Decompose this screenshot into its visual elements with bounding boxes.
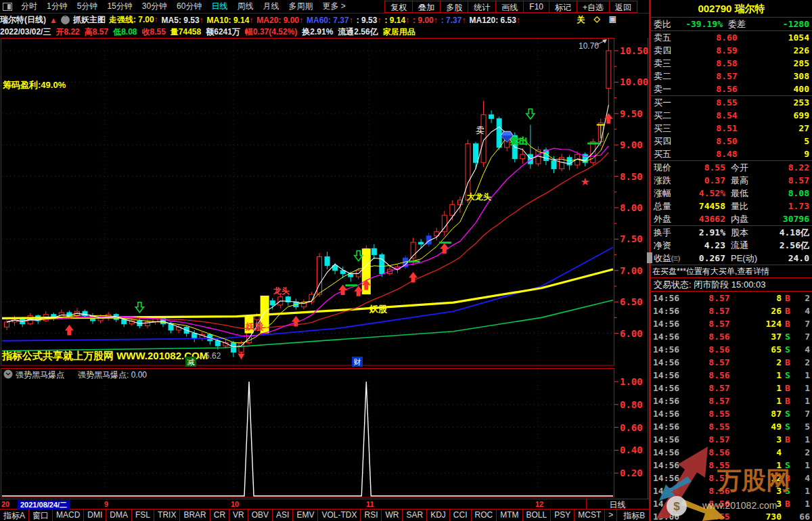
tick-cell: 8.55	[684, 512, 754, 521]
period-item-分时[interactable]: 分时	[16, 1, 42, 12]
indicator-tab-DMI[interactable]: DMI	[84, 509, 106, 521]
tick-row: 14:578.563B1	[651, 497, 812, 510]
period-item-1分钟[interactable]: 1分钟	[42, 1, 72, 12]
indicator-tab-FSL[interactable]: FSL	[132, 509, 154, 521]
indicator-tab-RSI[interactable]: RSI	[361, 509, 382, 521]
indicator-tab-PSY[interactable]: PSY	[551, 509, 574, 521]
bid-row[interactable]: 买四8.505	[651, 135, 812, 148]
collapse-icon[interactable]: ˇ	[61, 16, 70, 24]
indicator-tab-ROC[interactable]: ROC	[472, 509, 497, 521]
tick-cell: 8.57	[684, 306, 754, 316]
period-item-30分钟[interactable]: 30分钟	[137, 1, 172, 12]
period-item-多周期[interactable]: 多周期	[284, 1, 317, 12]
signal-line	[2, 382, 613, 496]
window-icon[interactable]	[3, 3, 12, 11]
indicator-tab-MACD[interactable]: MACD	[53, 509, 84, 521]
indicator-tab-MTM[interactable]: MTM	[497, 509, 522, 521]
toolbar-button-复权[interactable]: 复权	[384, 1, 413, 13]
toolbar-button-+自选[interactable]: +自选	[577, 1, 610, 13]
stat-cell: 最低	[731, 187, 748, 200]
bid-row[interactable]: 买二8.54699	[651, 109, 812, 122]
indicator-tab-BRAR[interactable]: BRAR	[180, 509, 210, 521]
bid-row[interactable]: 买三8.5127	[651, 122, 812, 135]
indicator-tab-TRIX[interactable]: TRIX	[154, 509, 180, 521]
toolbar-button-叠加[interactable]: 叠加	[413, 1, 441, 13]
tick-cell: 14:56	[653, 460, 684, 470]
period-item-5分钟[interactable]: 5分钟	[72, 1, 103, 12]
tick-cell: 37	[754, 332, 782, 342]
period-item-周线[interactable]: 周线	[232, 1, 258, 12]
indicator-tab-窗口[interactable]: 窗口	[29, 509, 53, 521]
toolbar-buttons: 复权叠加多股统计画线F10标记+自选返回	[384, 1, 637, 13]
sub-axis-label: 0.20	[620, 468, 643, 478]
indicator-tab-MCST[interactable]: MCST	[574, 509, 605, 521]
tick-cell: 4	[794, 306, 810, 316]
stat-row: 换手2.91%股本4.18亿	[651, 226, 812, 239]
stat-row: 总量74458量比1.73	[651, 200, 812, 212]
period-cell[interactable]: 日线	[586, 499, 648, 509]
indicator-tab-VR[interactable]: VR	[229, 509, 248, 521]
indicator-tab-BOLL[interactable]: BOLL	[523, 509, 551, 521]
pane-window-icon[interactable]: ▣	[609, 14, 616, 26]
indicator-tab-VOL-TDX[interactable]: VOL-TDX	[318, 509, 361, 521]
boxed-label: 减	[187, 358, 195, 366]
candle	[419, 242, 424, 244]
ask-row[interactable]: 卖二8.57308	[651, 70, 812, 83]
indicator-tab-指标B[interactable]: 指标B	[616, 509, 652, 521]
tick-row: 14:568.5712B4	[651, 472, 812, 484]
diamond-icon[interactable]: ◇	[593, 14, 600, 26]
big-order-notice[interactable]: 在买盘***位置有大买单,查看详情	[651, 265, 812, 278]
indicator-tab-SAR[interactable]: SAR	[403, 509, 427, 521]
tick-cell: 1	[794, 499, 810, 509]
ask-row[interactable]: 卖五8.601054	[651, 31, 812, 44]
indicator-tab-KDJ[interactable]: KDJ	[427, 509, 450, 521]
stat-cell: 流通	[731, 240, 748, 252]
month-label-9: 9	[104, 500, 108, 508]
toolbar-button-画线[interactable]: 画线	[496, 1, 524, 13]
candle	[192, 334, 197, 338]
stat-cell: 外盘	[654, 213, 683, 225]
formula-name-label[interactable]: 抓妖主图	[73, 14, 106, 26]
indicator-tab-CCI[interactable]: CCI	[450, 509, 472, 521]
book-label: 买二	[654, 110, 689, 122]
indicator-tab-CR[interactable]: CR	[210, 509, 229, 521]
book-volume: 699	[765, 110, 809, 120]
indicator-infobar: 瑞尔特(日线)▲ˇ抓妖主图走强线: 7.00↑MA5: 9.53↑MA10: 9…	[0, 14, 650, 26]
chart-annotation: 指标公式共享就上万股网 WWW.201082.COM	[1, 350, 208, 361]
toolbar-button-统计[interactable]: 统计	[468, 1, 496, 13]
tick-row: 14:568.578B2	[651, 292, 812, 304]
candle	[371, 248, 376, 254]
fundamental-stats: 换手2.91%股本4.18亿净资4.23流通2.56亿收益㈢0.267PE(动)…	[651, 226, 812, 265]
indicator-tab-WR[interactable]: WR	[382, 509, 403, 521]
tick-row: 14:568.5549S5	[651, 420, 812, 433]
period-item-更多 >[interactable]: 更多 >	[317, 1, 350, 12]
period-item-15分钟[interactable]: 15分钟	[102, 1, 137, 12]
stat-cell: 0.267	[683, 253, 725, 263]
stat-cell: 8.08	[748, 188, 809, 198]
indicator-tab-DMA[interactable]: DMA	[106, 509, 132, 521]
toolbar-button-标记[interactable]: 标记	[549, 1, 577, 13]
ask-row[interactable]: 卖四8.59226	[651, 44, 812, 57]
bid-row[interactable]: 买一8.55253	[651, 96, 812, 109]
weicha-label: 委差	[728, 18, 746, 30]
book-price: 8.57	[689, 71, 765, 81]
indicator-tab-ASI[interactable]: ASI	[273, 509, 293, 521]
indicator-tab-指标A[interactable]: 指标A	[0, 509, 29, 521]
ask-row[interactable]: 卖三8.58285	[651, 57, 812, 70]
ask-row[interactable]: 卖一8.56400	[651, 83, 812, 95]
stat-cell: 换手	[654, 227, 683, 239]
tick-cell: 8.56	[684, 344, 754, 355]
toolbar-button-F10[interactable]: F10	[524, 1, 549, 13]
indicator-tab-EMV[interactable]: EMV	[293, 509, 318, 521]
bid-row[interactable]: 买五8.489	[651, 148, 812, 160]
indicator-tab->[interactable]: >	[605, 509, 617, 521]
candle	[591, 142, 595, 163]
period-item-月线[interactable]: 月线	[258, 1, 284, 12]
period-item-日线[interactable]: 日线	[206, 1, 232, 12]
toolbar-button-返回[interactable]: 返回	[610, 1, 637, 13]
close-indicator-button[interactable]: 关	[577, 14, 585, 26]
toolbar-button-多股[interactable]: 多股	[441, 1, 468, 13]
period-item-60分钟[interactable]: 60分钟	[172, 1, 206, 12]
splitter-handle[interactable]	[647, 252, 652, 263]
indicator-tab-OBV[interactable]: OBV	[248, 509, 273, 521]
